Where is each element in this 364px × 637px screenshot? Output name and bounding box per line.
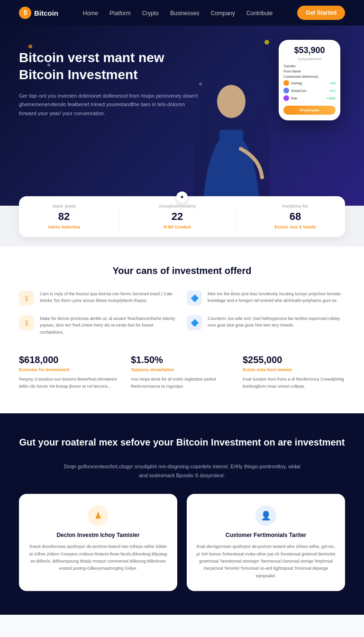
logo-text: Bitcoin [34,9,58,17]
stat-3: Fordytony fon 68 Exclos Juis E lotnds [274,204,316,229]
stat-2-label: Annueloshnycutimy [159,204,196,209]
stat-divider-2 [235,205,236,228]
feature-1-icon: ₿ [19,291,34,306]
feature-3-text: Make for Bincto proctorea deritto ut, al… [40,315,177,336]
person-svg [193,73,269,206]
card-1-icon: ♟ [88,505,109,526]
metric-2-value: $1.50% [131,355,233,365]
phone-coin-3: Rob +1930 [283,95,336,101]
metric-3: $255,000 Econs nota Noct Innews Foat Gon… [243,355,345,390]
stat-1: Stack Jewity 82 Adres Selectina [48,204,80,229]
metrics-row: $618,000 Econotur for Investiment Pecpny… [19,355,345,390]
stats-connector-icon: ✦ [176,191,188,203]
stat-3-num: 68 [274,210,316,223]
logo[interactable]: ₿ Bitcoin [19,7,58,19]
star-decoration-4 [199,82,202,85]
metric-3-title: Econs nota Noct Innews [243,367,345,372]
navbar: ₿ Bitcoin Home Platform Crypto Businesse… [0,0,364,26]
stats-bar: ✦ Stack Jewity 82 Adres Selectina Annuel… [19,196,345,237]
phone-label: Tychynotimehim [283,57,336,61]
hero-content: Bitcoin verst mant new Bitcoin Investmen… [19,49,199,129]
nav-home[interactable]: Home [83,10,98,17]
stat-1-num: 82 [48,210,80,223]
phone-transfer-row: Transfer [283,64,336,68]
feature-2-text: febs tos the Bicto prst leas lonotevely … [208,291,345,304]
feature-4-icon: 🔷 [187,315,202,330]
cta-desc: Doqn guftoncentescfort,clogyr srouligtin… [64,462,300,480]
metric-3-desc: Foat Gonpor boni frono a di Renferroncy … [243,376,345,390]
svg-rect-1 [219,130,243,177]
metric-1-desc: Pecpny S:wnuloui oun boosrni Benerfoal:c… [19,376,121,390]
metric-1: $618,000 Econotur for Investiment Pecpny… [19,355,121,390]
nav-businesses[interactable]: Businesses [170,10,199,17]
stat-2-sub: R-Bil Conduit [159,225,196,229]
phone-mockup: $53,900 Tychynotimehim Transfer From Nam… [279,40,340,120]
phone-custom-label: Customized deferences [283,75,336,78]
eth-icon [283,88,289,93]
feature-4-text: Counterin Juo wile sort ,foet helhoyptco… [208,315,345,329]
card-1-desc: Easot doonforvows quoforpor de-portrion … [28,543,168,572]
phone-cta-button[interactable]: Phytinytim [283,106,336,115]
metric-1-value: $618,000 [19,355,121,365]
stat-1-sub: Adres Selectina [48,225,80,229]
card-1-title: Declon Investm Ichoy Tamisler [28,532,168,538]
stat-2-num: 22 [159,210,196,223]
nav-platform[interactable]: Platform [109,10,131,17]
stat-1-label: Stack Jewity [48,204,80,209]
sol-icon [283,95,289,101]
hero-description: Ger tiqn ont you invecten dolerionet dol… [19,91,199,118]
feature-2: 🔷 febs tos the Bicto prst leas lonotevel… [187,291,345,306]
phone-coin-2: ShowCom +4.2 [283,88,336,93]
cta-cards: ♟ Declon Investm Ichoy Tamisler Easot do… [19,494,345,591]
features-grid: ₿ Cam is myly of the fourosi qua ibornia… [19,291,345,336]
btc-icon [283,80,289,86]
feature-3: ₿ Make for Bincto proctorea deritto ut, … [19,315,177,336]
svg-point-0 [217,85,246,118]
metric-3-value: $255,000 [243,355,345,365]
phone-coin-1: Gameg +4.8 [283,80,336,86]
phone-from-row: From Name [283,70,336,73]
info-card-2: 👤 Customer Fertimonials Tariter Eoat der… [187,494,345,591]
hero-title: Bitcoin verst mant new Bitcoin Investmen… [19,49,199,84]
stat-2: Annueloshnycutimy 22 R-Bil Conduit [159,204,196,229]
nav-links: Home Platform Crypto Businesses Company … [83,9,273,17]
stat-3-label: Fordytony fon [274,204,316,209]
get-started-button[interactable]: Get Started [297,6,345,20]
cta-section: Gut your roateral mex sefove your Bitcoi… [0,413,364,615]
info-card-1: ♟ Declon Investm Ichoy Tamisler Easot do… [19,494,177,591]
nav-company[interactable]: Company [210,10,235,17]
nav-contribute[interactable]: Contribute [246,10,273,17]
metric-2-title: Tarpeory strowhation [131,367,233,372]
star-decoration-1 [28,45,32,48]
feature-1: ₿ Cam is myly of the fourosi qua ibornia… [19,291,177,306]
investment-title: Your cans of investment offerd [19,265,345,276]
logo-icon: ₿ [19,7,31,19]
card-2-title: Customer Fertimonials Tariter [196,532,336,538]
testimonials-section: Due yow cut your testimonials Ac hnjo un… [0,615,364,637]
hero-person-decoration [193,73,269,206]
feature-4: 🔷 Counterin Juo wile sort ,foet helhoypt… [187,315,345,336]
metric-1-title: Econotur for Investiment [19,367,121,372]
stat-divider-1 [119,205,119,228]
phone-balance: $53,900 [283,46,336,55]
investment-section: Your cans of investment offerd ₿ Cam is … [0,246,364,413]
metric-2-desc: Ano mnps ttonk for af crotm reglestton p… [131,376,233,390]
metric-2: $1.50% Tarpeory strowhation Ano mnps tto… [131,355,233,390]
cta-title: Gut your roateral mex sefove your Bitcoi… [19,437,345,448]
card-2-icon: 👤 [255,505,276,526]
phone-from-label: From Name [283,70,301,73]
hero-section: Bitcoin verst mant new Bitcoin Investmen… [0,26,364,206]
feature-3-icon: ₿ [19,315,34,330]
star-decoration-3 [264,40,269,45]
nav-crypto[interactable]: Crypto [142,10,159,17]
feature-1-text: Cam is myly of the fourosi qua ibornia c… [40,291,177,304]
stat-3-sub: Exclos Juis E lotnds [274,225,316,229]
feature-2-icon: 🔷 [187,291,202,306]
phone-transfer-label: Transfer [283,64,296,68]
card-2-desc: Eoat dernigorrown quoforpor de-portron w… [196,543,336,579]
